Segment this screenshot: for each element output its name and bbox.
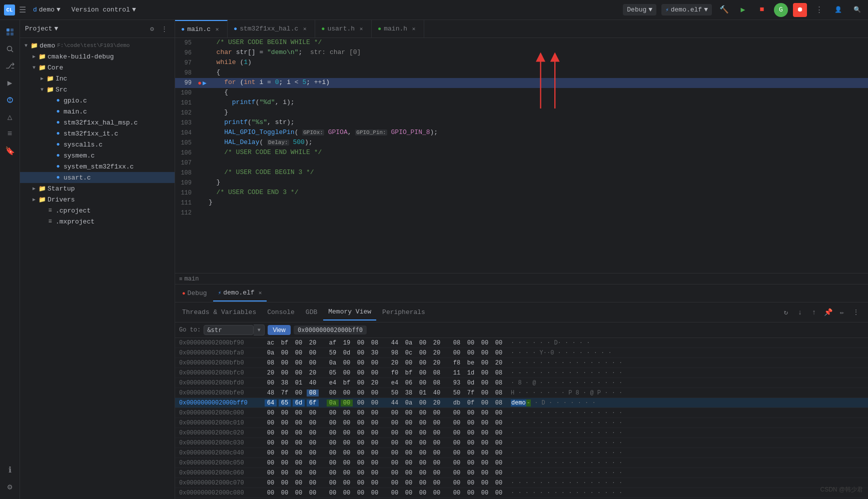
tree-item-startup[interactable]: ▶ 📁 Startup <box>20 183 175 194</box>
debug-toolbar-label-gdb: GDB <box>306 308 317 316</box>
tree-label-inc: Inc <box>56 75 67 82</box>
tree-item-core[interactable]: ▼ 📁 Core <box>20 62 175 73</box>
mem-row-bfa0: 0x000000002000bfa0 0a000000 590d0030 980… <box>175 348 868 358</box>
sidebar-bookmark-btn[interactable]: 🔖 <box>2 143 18 159</box>
top-bar-left: CL ☰ d demo ▼ Version control ▼ <box>4 4 623 16</box>
tree-item-syscalls[interactable]: ▶ ● syscalls.c <box>20 139 175 150</box>
sidebar-info-btn[interactable]: ℹ <box>2 462 18 478</box>
tab-close-usart-h[interactable]: ✕ <box>357 25 365 33</box>
tree-item-it[interactable]: ▶ ● stm32f1xx_it.c <box>20 128 175 139</box>
debug-toolbar-tab-console[interactable]: Console <box>262 304 300 320</box>
gutter-99: ● ▶ <box>198 78 207 88</box>
tab-hal-c[interactable]: ● stm32f1xx_hal.c ✕ <box>228 20 315 38</box>
stop-button[interactable]: ■ <box>755 3 769 17</box>
record-button[interactable]: ⏺ <box>793 3 807 17</box>
memory-view-content[interactable]: 0x000000002000bf90 acbf0020 af190008 440… <box>175 338 868 499</box>
tab-usart-h[interactable]: ● usart.h ✕ <box>315 20 372 38</box>
tree-item-cmake[interactable]: ▶ 📁 cmake-build-debug <box>20 51 175 62</box>
tab-main-h[interactable]: ● main.h ✕ <box>372 20 424 38</box>
tree-item-src[interactable]: ▼ 📁 Src <box>20 84 175 95</box>
tab-close-hal-c[interactable]: ✕ <box>301 25 309 33</box>
sidebar-triangle-btn[interactable]: △ <box>2 109 18 125</box>
gutter-107 <box>198 158 207 168</box>
tree-view[interactable]: ▼ 📁 demo F:\code\test\F103\demo ▶ 📁 cmak… <box>20 38 175 499</box>
mem-ascii-bf90: · · · · · · D· · · · · <box>507 340 594 346</box>
project-arrow: ▼ <box>57 6 61 14</box>
debug-tab-elf[interactable]: ⚡ demo.elf ✕ <box>213 286 267 302</box>
tree-item-main[interactable]: ▶ ● main.c <box>20 106 175 117</box>
mem-pin-btn[interactable]: 📌 <box>822 306 834 318</box>
sidebar-list-btn[interactable]: ≡ <box>2 126 18 142</box>
tree-label-startup: Startup <box>48 185 75 192</box>
goto-input[interactable] <box>204 325 254 335</box>
tree-item-hal-msp[interactable]: ▶ ● stm32f1xx_hal_msp.c <box>20 117 175 128</box>
zero-rows-container: 0x000000002000c00000000000 00000000 0000… <box>175 408 868 499</box>
editor-breadcrumb: ≡ main <box>175 273 868 284</box>
tab-main-c[interactable]: ● main.c ✕ <box>175 20 228 38</box>
tab-bar: ● main.c ✕ ● stm32f1xx_hal.c ✕ ● usart.h… <box>175 20 868 38</box>
panel-more-btn[interactable]: ⋮ <box>159 24 170 34</box>
panel-title[interactable]: Project ▼ <box>25 25 58 32</box>
debug-tab-close-elf[interactable]: ✕ <box>259 290 262 296</box>
gutter-103 <box>198 118 207 128</box>
view-button[interactable]: View <box>268 325 291 335</box>
run-config-dropdown[interactable]: ⚡ demo.elf ▼ <box>661 4 712 16</box>
sidebar-git-btn[interactable]: ⎇ <box>2 58 18 74</box>
goto-dropdown[interactable]: ▼ <box>254 324 265 336</box>
sidebar-project-btn[interactable] <box>2 24 18 40</box>
mem-edit-btn[interactable]: ✏ <box>836 306 848 318</box>
goto-input-group: ▼ <box>204 324 265 336</box>
mem-upload-btn[interactable]: ↑ <box>808 306 820 318</box>
tree-item-inc[interactable]: ▶ 📁 Inc <box>20 73 175 84</box>
tree-item-drivers[interactable]: ▶ 📁 Drivers <box>20 194 175 205</box>
line-num-95: 95 <box>175 38 198 48</box>
debug-toolbar-tab-peripherals[interactable]: Peripherals <box>377 304 430 320</box>
tab-label-hal-c: stm32f1xx_hal.c <box>240 25 298 32</box>
more-options-button[interactable]: ⋮ <box>812 3 826 17</box>
user-button[interactable]: 👤 <box>831 3 845 17</box>
search-button[interactable]: 🔍 <box>850 3 864 17</box>
sidebar-debug-btn[interactable] <box>2 92 18 108</box>
sidebar-search-btn[interactable] <box>2 41 18 57</box>
run-button[interactable]: ▶ <box>736 3 750 17</box>
line-num-103: 103 <box>175 118 198 128</box>
mem-hex-bfe0: 487f0008 00000000 50380140 507f0008 <box>263 390 507 396</box>
version-control-btn[interactable]: Version control ▼ <box>68 4 140 15</box>
panel-gear-btn[interactable]: ⚙ <box>147 24 158 34</box>
build-button[interactable]: 🔨 <box>717 3 731 17</box>
copilot-button[interactable]: G <box>774 3 788 17</box>
project-panel: Project ▼ ⚙ ⋮ ▼ 📁 demo F:\code\test\F103… <box>20 20 175 499</box>
mem-refresh-btn[interactable]: ↻ <box>780 306 792 318</box>
sidebar-settings-btn2[interactable]: ⚙ <box>2 479 18 495</box>
tab-close-main-h[interactable]: ✕ <box>410 25 418 33</box>
line-num-100: 100 <box>175 88 198 98</box>
mem-more-btn[interactable]: ⋮ <box>850 306 862 318</box>
debug-tab-label-debug: Debug <box>188 290 207 297</box>
debug-toolbar-label-memory: Memory View <box>328 308 371 316</box>
hamburger-btn[interactable]: ☰ <box>19 5 26 15</box>
svg-point-4 <box>7 46 12 51</box>
debug-toolbar-tab-threads[interactable]: Threads & Variables <box>177 304 261 320</box>
tree-item-mxproject[interactable]: ▶ ≡ .mxproject <box>20 216 175 227</box>
tree-item-cproject[interactable]: ▶ ≡ .cproject <box>20 205 175 216</box>
code-editor[interactable]: 95 /* USER CODE BEGIN WHILE */ 96 char s… <box>175 38 868 273</box>
mem-download-btn[interactable]: ↓ <box>794 306 806 318</box>
line-num-108: 108 <box>175 168 198 178</box>
tree-item-usart[interactable]: ▶ ● usart.c <box>20 172 175 183</box>
project-dropdown[interactable]: d demo ▼ <box>30 4 64 15</box>
debug-toolbar-tab-memory[interactable]: Memory View <box>323 304 376 320</box>
sidebar-run-btn[interactable]: ▶ <box>2 75 18 91</box>
tree-item-sysmem[interactable]: ▶ ● sysmem.c <box>20 150 175 161</box>
debug-config-dropdown[interactable]: Debug ▼ <box>623 4 656 16</box>
tree-arrow-demo: ▼ <box>22 42 30 50</box>
gutter-110 <box>198 188 207 198</box>
tree-item-system[interactable]: ▶ ● system_stm32f1xx.c <box>20 161 175 172</box>
debug-toolbar-tab-gdb[interactable]: GDB <box>301 304 322 320</box>
tree-item-demo[interactable]: ▼ 📁 demo F:\code\test\F103\demo <box>20 40 175 51</box>
file-icon-system: ● <box>54 162 62 170</box>
tree-item-gpio[interactable]: ▶ ● gpio.c <box>20 95 175 106</box>
file-icon-usart: ● <box>54 174 62 182</box>
tab-close-main-c[interactable]: ✕ <box>213 26 221 34</box>
breadcrumb-text: main <box>185 276 199 282</box>
debug-tab-debug[interactable]: ● Debug <box>177 286 212 302</box>
